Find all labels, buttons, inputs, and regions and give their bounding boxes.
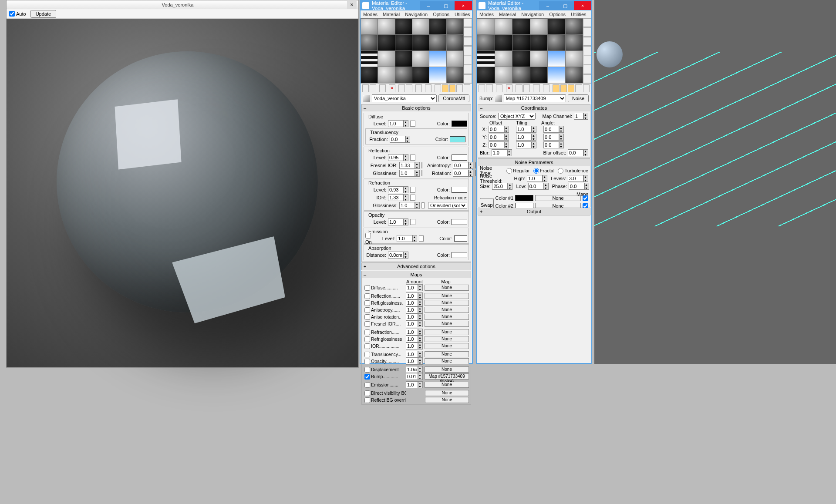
- map-slot[interactable]: [410, 195, 415, 201]
- toolbar-icon[interactable]: [435, 84, 441, 92]
- rollout-header[interactable]: Output: [478, 208, 590, 215]
- material-slot[interactable]: [548, 67, 565, 83]
- menu-utilities[interactable]: Utilities: [455, 12, 470, 17]
- spinner-icon[interactable]: [583, 175, 588, 182]
- z-tiling-input[interactable]: [516, 141, 532, 148]
- map-slot-button[interactable]: None: [425, 351, 469, 357]
- material-slot[interactable]: [412, 35, 429, 50]
- x-tiling-input[interactable]: [516, 126, 532, 133]
- map-slot-button[interactable]: None: [425, 358, 469, 364]
- noise-levels-input[interactable]: [568, 175, 583, 182]
- map-amount-input[interactable]: [406, 284, 418, 291]
- maximize-button[interactable]: ▢: [556, 1, 574, 10]
- material-slot[interactable]: [412, 19, 429, 34]
- material-slot[interactable]: [361, 19, 378, 34]
- spinner-icon[interactable]: [543, 175, 547, 182]
- material-slot[interactable]: [447, 67, 463, 83]
- spinner-icon[interactable]: [559, 134, 564, 141]
- spinner-icon[interactable]: [504, 126, 509, 133]
- material-name-select[interactable]: Voda_veronika: [372, 94, 437, 102]
- material-slot[interactable]: [530, 19, 548, 34]
- map-enable-checkbox[interactable]: [364, 321, 370, 327]
- rollout-header[interactable]: Coordinates: [478, 104, 590, 111]
- map-type-button[interactable]: Noise: [568, 94, 589, 102]
- material-slot[interactable]: [378, 19, 394, 34]
- map-amount-input[interactable]: [406, 373, 418, 380]
- map-enable-checkbox[interactable]: [364, 314, 370, 320]
- noise-phase-input[interactable]: [569, 183, 584, 190]
- spinner-icon[interactable]: [418, 351, 423, 358]
- material-slot[interactable]: [378, 35, 394, 50]
- emission-color[interactable]: [454, 235, 467, 242]
- spinner-icon[interactable]: [469, 162, 473, 169]
- diffuse-level-input[interactable]: [388, 120, 404, 127]
- material-slot[interactable]: [512, 51, 530, 67]
- translucency-color[interactable]: [450, 136, 465, 142]
- auto-checkbox[interactable]: Auto: [9, 11, 26, 17]
- spinner-icon[interactable]: [412, 235, 417, 242]
- material-slot[interactable]: [412, 51, 429, 67]
- material-slot[interactable]: [495, 67, 512, 83]
- tool-icon[interactable]: [464, 37, 472, 46]
- toolbar-icon[interactable]: [370, 84, 376, 92]
- toolbar-icon[interactable]: [516, 84, 522, 92]
- tool-icon[interactable]: [464, 46, 472, 55]
- material-slot[interactable]: [495, 19, 512, 34]
- z-angle-input[interactable]: [543, 141, 559, 148]
- toolbar-icon[interactable]: [406, 84, 412, 92]
- map-channel-input[interactable]: [574, 113, 583, 120]
- material-slot[interactable]: [495, 35, 512, 50]
- spinner-icon[interactable]: [415, 170, 420, 177]
- spinner-icon[interactable]: [418, 329, 423, 336]
- toolbar-icon[interactable]: [425, 84, 431, 92]
- map-slot-button[interactable]: None: [425, 285, 469, 291]
- map-enable-checkbox[interactable]: [364, 367, 370, 373]
- material-slot[interactable]: [530, 51, 548, 67]
- spinner-icon[interactable]: [404, 194, 408, 201]
- spinner-icon[interactable]: [584, 183, 589, 190]
- map-amount-input[interactable]: [406, 306, 418, 313]
- spinner-icon[interactable]: [415, 162, 420, 169]
- material-slot[interactable]: [530, 35, 548, 50]
- refraction-mode-select[interactable]: Onesided (solid): [428, 202, 467, 209]
- reflection-color[interactable]: [452, 155, 467, 161]
- spinner-icon[interactable]: [418, 343, 423, 349]
- refraction-gloss-input[interactable]: [399, 202, 415, 209]
- maximize-button[interactable]: ▢: [437, 1, 455, 10]
- map-enable-checkbox[interactable]: [364, 336, 370, 342]
- map-slot[interactable]: [421, 202, 425, 208]
- map-slot[interactable]: [421, 162, 422, 168]
- tool-icon[interactable]: [464, 74, 472, 83]
- map-enable-checkbox[interactable]: [364, 343, 370, 349]
- map-enable-checkbox[interactable]: [364, 307, 370, 313]
- spinner-icon[interactable]: [404, 252, 408, 259]
- eyedropper-icon[interactable]: [363, 95, 370, 102]
- toolbar-icon[interactable]: [583, 84, 590, 92]
- y-tiling-input[interactable]: [516, 134, 532, 141]
- toolbar-icon[interactable]: [496, 84, 502, 92]
- map-enable-checkbox[interactable]: [364, 352, 370, 357]
- absorption-distance-input[interactable]: [388, 252, 404, 259]
- menu-material[interactable]: Material: [499, 12, 516, 17]
- noise-type-regular[interactable]: Regular: [506, 168, 530, 174]
- map-slot-button[interactable]: None: [425, 300, 469, 306]
- close-button[interactable]: ×: [574, 1, 591, 10]
- material-slot[interactable]: [361, 51, 378, 67]
- material-slot[interactable]: [378, 51, 394, 67]
- material-slot[interactable]: [566, 67, 583, 83]
- material-slot[interactable]: [412, 67, 429, 83]
- diffuse-color[interactable]: [452, 121, 467, 127]
- map-slot[interactable]: [410, 219, 415, 225]
- close-button[interactable]: ×: [455, 1, 472, 10]
- spinner-icon[interactable]: [418, 381, 423, 388]
- noise-high-input[interactable]: [527, 175, 543, 182]
- material-slot[interactable]: [566, 35, 583, 50]
- toolbar-icon[interactable]: [398, 84, 405, 92]
- map-slot-button[interactable]: None: [425, 366, 469, 373]
- map-amount-input[interactable]: [406, 343, 418, 349]
- map-slot-button[interactable]: None: [425, 343, 469, 349]
- map-slot-button[interactable]: None: [425, 293, 469, 299]
- toolbar-icon[interactable]: [568, 84, 574, 92]
- map-slot[interactable]: [410, 155, 415, 161]
- map-slot-button[interactable]: None: [425, 307, 469, 313]
